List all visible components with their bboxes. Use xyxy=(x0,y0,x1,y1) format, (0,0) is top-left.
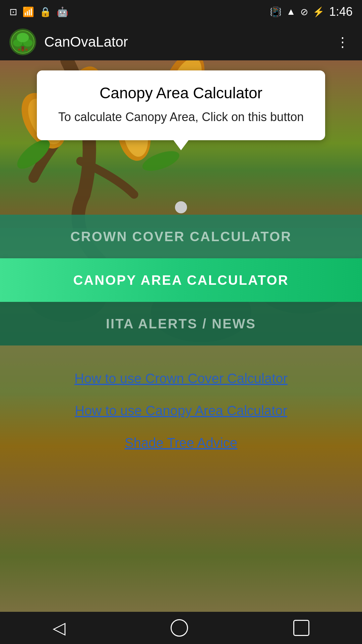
wifi-icon: ▲ xyxy=(286,6,296,17)
app-title: CanOvaLator xyxy=(44,34,324,50)
svg-point-6 xyxy=(18,49,20,51)
vibrate-icon: 📳 xyxy=(270,6,282,17)
tooltip-description: To calculate Canopy Area, Click on this … xyxy=(53,109,309,125)
recents-button[interactable] xyxy=(280,616,323,639)
svg-point-5 xyxy=(17,33,29,42)
back-button[interactable]: ◁ xyxy=(39,615,79,641)
svg-point-7 xyxy=(22,49,24,51)
canopy-area-calculator-button[interactable]: CANOPY AREA CALCULATOR xyxy=(0,258,362,302)
gallery-icon: ⊡ xyxy=(9,6,17,17)
tooltip-title: Canopy Area Calculator xyxy=(53,84,309,102)
cast-icon: 📶 xyxy=(22,6,34,17)
signal-no-icon: ⊘ xyxy=(300,6,308,17)
battery-icon: ⚡ xyxy=(313,6,324,17)
lock-icon: 🔒 xyxy=(40,6,51,17)
svg-point-8 xyxy=(25,49,27,51)
crown-cover-help-link[interactable]: How to use Crown Cover Calculator xyxy=(74,366,288,391)
canopy-area-help-link[interactable]: How to use Canopy Area Calculator xyxy=(75,398,287,423)
iita-alerts-news-button[interactable]: IITA ALERTS / NEWS xyxy=(0,302,362,345)
links-section: How to use Crown Cover Calculator How to… xyxy=(0,352,362,469)
home-icon xyxy=(171,619,188,637)
bottom-navigation-bar: ◁ xyxy=(0,612,362,644)
main-content: Canopy Area Calculator To calculate Cano… xyxy=(0,60,362,612)
more-vert-icon[interactable]: ⋮ xyxy=(333,31,353,53)
home-button[interactable] xyxy=(157,616,201,640)
android-icon: 🤖 xyxy=(57,6,68,17)
status-icons-left: ⊡ 📶 🔒 🤖 xyxy=(9,6,68,17)
recents-icon xyxy=(293,620,309,636)
app-bar: CanOvaLator ⋮ xyxy=(0,23,362,60)
crown-cover-calculator-button[interactable]: CROWN COVER CALCULATOR xyxy=(0,215,362,258)
tooltip-popup: Canopy Area Calculator To calculate Cano… xyxy=(37,70,325,140)
tooltip-indicator-dot xyxy=(175,201,187,213)
buttons-section: CROWN COVER CALCULATOR CANOPY AREA CALCU… xyxy=(0,215,362,345)
shade-tree-advice-link[interactable]: Shade Tree Advice xyxy=(125,430,237,455)
app-logo xyxy=(9,29,36,55)
status-icons-right: 📳 ▲ ⊘ ⚡ 1:46 xyxy=(270,5,353,19)
back-icon: ◁ xyxy=(53,618,65,638)
status-bar: ⊡ 📶 🔒 🤖 📳 ▲ ⊘ ⚡ 1:46 xyxy=(0,0,362,23)
status-time: 1:46 xyxy=(329,5,353,19)
